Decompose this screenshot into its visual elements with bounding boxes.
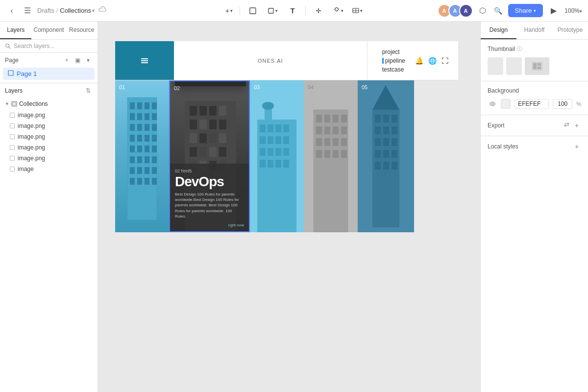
frame-tool-button[interactable] (245, 3, 261, 19)
zoom-control[interactable]: 100%▾ (564, 7, 582, 14)
svg-marker-120 (372, 85, 399, 110)
svg-point-140 (491, 103, 493, 105)
svg-rect-30 (137, 102, 142, 109)
tab-design[interactable]: Design (481, 22, 516, 39)
svg-rect-39 (145, 124, 149, 131)
layer-group-collections[interactable]: ▼ Collections (0, 98, 98, 110)
layer-image-icon (10, 156, 15, 161)
svg-rect-105 (333, 115, 339, 122)
svg-rect-94 (268, 148, 273, 156)
svg-rect-35 (145, 113, 149, 120)
canvas-content: ONES.AI project pipeline testcase 🔔 (206, 41, 368, 232)
menu-testcase[interactable]: testcase (382, 66, 405, 73)
background-color-swatch[interactable] (501, 99, 511, 109)
tab-prototype[interactable]: Prototype (552, 22, 588, 39)
page-section-header: Page + ▣ ▾ (0, 53, 98, 68)
svg-rect-47 (145, 146, 149, 152)
svg-point-84 (262, 102, 274, 110)
pipeline-indicator (382, 58, 384, 64)
image-col-4: 04 (304, 80, 358, 232)
svg-rect-45 (130, 146, 135, 152)
toolbar-divider-2 (305, 6, 306, 16)
back-button[interactable]: ‹ (6, 5, 18, 17)
export-remix-button[interactable]: ⇄ (564, 121, 569, 130)
svg-rect-72 (209, 133, 217, 143)
svg-rect-1 (269, 8, 273, 13)
svg-rect-92 (283, 136, 289, 144)
canvas-area[interactable]: ONES.AI project pipeline testcase 🔔 (98, 22, 480, 392)
layer-item-2[interactable]: image.png (0, 131, 98, 142)
svg-rect-108 (324, 126, 330, 134)
layer-item-3[interactable]: image.png (0, 142, 98, 153)
tab-resource[interactable]: Resource (66, 22, 98, 39)
search-icon[interactable]: 🔍 (492, 5, 504, 17)
add-page-button[interactable]: + (62, 56, 71, 65)
svg-rect-115 (316, 150, 322, 158)
breadcrumb-current[interactable]: Collections ▾ (60, 7, 95, 14)
tab-layers[interactable]: Layers (0, 22, 31, 39)
local-styles-add-button[interactable]: + (572, 142, 581, 151)
page-item-page1[interactable]: Page 1 (3, 68, 95, 80)
svg-rect-114 (341, 138, 347, 146)
thumbnail-small-1 (488, 57, 503, 75)
layer-item-4[interactable]: image.png (0, 153, 98, 164)
notification-icon[interactable]: 🔔 (415, 57, 423, 65)
text-tool-button[interactable]: T (285, 3, 300, 19)
background-title: Background (488, 87, 581, 94)
layer-item-1[interactable]: image.png (0, 121, 98, 131)
background-opacity-input[interactable]: 100 (553, 99, 572, 109)
tab-component[interactable]: Component (31, 22, 66, 39)
svg-rect-69 (219, 120, 226, 129)
share-button[interactable]: Design Share ▾ (508, 4, 543, 17)
share-link-icon[interactable]: ⬡ (477, 5, 489, 17)
search-layers-input[interactable] (14, 43, 93, 49)
svg-rect-137 (533, 63, 537, 69)
share-dropdown-arrow-icon: ▾ (534, 8, 536, 13)
svg-rect-46 (137, 146, 142, 152)
shape-tool-button[interactable]: ▾ (266, 3, 280, 19)
background-hex-input[interactable]: #EFEFEF (514, 99, 549, 109)
background-visibility-button[interactable] (488, 99, 497, 109)
svg-line-7 (9, 47, 10, 49)
component-tool-button[interactable]: ▾ (331, 3, 345, 19)
svg-rect-60 (152, 178, 157, 185)
layer-item-0[interactable]: image.png (0, 110, 98, 121)
right-panel: Design Handoff Prototype Thumbnail ⓘ (480, 22, 588, 392)
add-tool-button[interactable]: +▾ (223, 3, 235, 19)
layer-image-icon (10, 134, 15, 139)
svg-rect-77 (219, 147, 226, 157)
tab-handoff[interactable]: Handoff (516, 22, 552, 39)
svg-point-6 (6, 44, 9, 48)
globe-icon[interactable]: 🌐 (428, 57, 437, 65)
breadcrumb-parent[interactable]: Drafts (37, 7, 54, 14)
devops-link[interactable]: right now (175, 223, 244, 227)
menu-button[interactable]: ☰ (22, 5, 33, 17)
page-actions: + ▣ ▾ (62, 56, 93, 65)
background-row: #EFEFEF 100 % (488, 99, 581, 109)
folder-icon[interactable]: ▣ (73, 56, 82, 65)
layer-image-icon (10, 145, 15, 150)
expand-pages-icon[interactable]: ▾ (84, 56, 93, 65)
move-tool-button[interactable]: ✛ (311, 3, 326, 19)
menu-pipeline[interactable]: pipeline (382, 57, 405, 64)
fullscreen-icon[interactable]: ⛶ (441, 57, 448, 65)
svg-rect-100 (283, 160, 289, 168)
play-button[interactable]: ▶ (547, 4, 561, 18)
layer-item-5[interactable]: image (0, 164, 98, 174)
svg-rect-99 (275, 160, 281, 168)
building-image-1 (115, 80, 169, 232)
image-col-5: 05 (358, 80, 414, 232)
export-add-button[interactable]: + (572, 121, 581, 130)
svg-rect-133 (375, 162, 381, 170)
svg-rect-11 (10, 113, 15, 118)
warm-collection-card: 02 Warm Collection UI/UX Designer By Pyr… (175, 80, 246, 86)
svg-rect-43 (145, 135, 149, 142)
screen-tool-button[interactable]: ▾ (350, 3, 365, 19)
svg-rect-121 (375, 115, 381, 122)
svg-rect-135 (392, 162, 397, 170)
card-icon-actions: 🔔 🌐 ⛶ (415, 57, 448, 65)
layers-sort-button[interactable]: ⇅ (84, 86, 93, 95)
page-list: Page 1 (0, 68, 98, 83)
menu-project[interactable]: project (382, 49, 405, 55)
svg-rect-95 (275, 148, 281, 156)
